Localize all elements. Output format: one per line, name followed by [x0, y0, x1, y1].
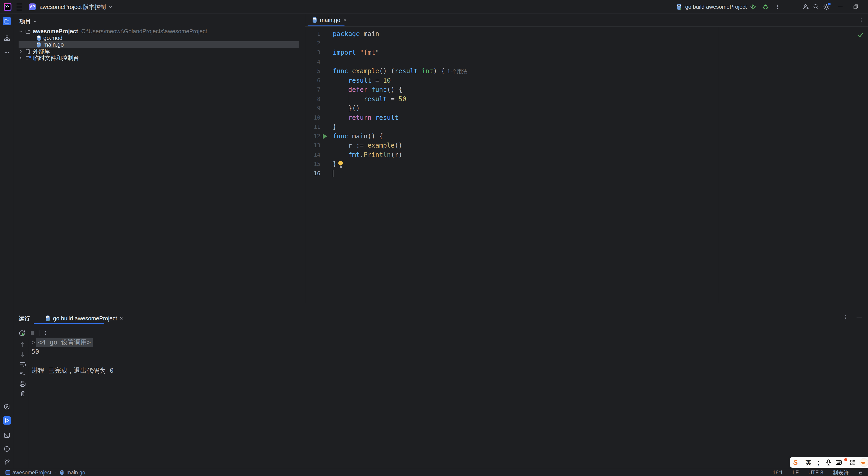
run-main-gutter-icon[interactable]: [323, 133, 327, 139]
ime-toolbox-icon[interactable]: [850, 459, 856, 466]
ime-language-toggle[interactable]: 英: [806, 459, 811, 466]
close-tab-icon[interactable]: [343, 18, 347, 22]
settings-button[interactable]: [823, 3, 830, 10]
intention-bulb-icon[interactable]: [338, 161, 343, 168]
fold-expand-icon[interactable]: >: [31, 337, 35, 347]
line-number[interactable]: 8: [305, 94, 320, 104]
run-configuration-widget[interactable]: go build awesomeProject: [676, 0, 754, 14]
line-number[interactable]: 16: [305, 169, 320, 178]
ime-toolbar: S 英 ；: [790, 457, 868, 468]
project-panel-header[interactable]: 项目: [20, 18, 37, 25]
code-line-7[interactable]: defer func() {: [333, 85, 402, 94]
line-number[interactable]: 10: [305, 113, 320, 122]
breadcrumb-project[interactable]: awesomeProject: [12, 470, 51, 476]
code-with-me-user-button[interactable]: [802, 3, 809, 10]
run-tab[interactable]: go build awesomeProject: [45, 315, 123, 322]
stop-button[interactable]: [29, 330, 36, 336]
tree-item-外部库[interactable]: 外部库: [14, 48, 305, 55]
tree-item-main.go[interactable]: main.go: [14, 41, 305, 48]
line-number[interactable]: 12: [305, 132, 320, 141]
project-avatar[interactable]: AP: [29, 3, 36, 10]
code-line-8[interactable]: result = 50: [333, 94, 406, 104]
run-panel-options-button[interactable]: [843, 314, 849, 320]
tree-item-临时文件和控制台[interactable]: 临时文件和控制台: [14, 55, 305, 61]
hamburger-menu-icon[interactable]: [17, 0, 22, 14]
tree-item-go.mod[interactable]: go.mod: [14, 35, 305, 41]
run-button[interactable]: [750, 3, 757, 10]
code-line-6[interactable]: result = 10: [333, 76, 391, 85]
run-panel-title: 运行: [19, 315, 30, 322]
clear-console-button[interactable]: [19, 390, 26, 397]
tool-window-git-button[interactable]: [3, 458, 11, 466]
code-line-1[interactable]: package main: [333, 29, 379, 38]
code-line-12[interactable]: func main() {: [333, 132, 383, 141]
go-file-icon: [60, 470, 64, 475]
usages-inlay-hint[interactable]: 1 个用法: [447, 68, 467, 75]
scroll-to-end-button[interactable]: [19, 370, 26, 378]
print-button[interactable]: [19, 380, 26, 388]
tool-window-run-button[interactable]: [3, 416, 11, 424]
line-number[interactable]: 1: [305, 29, 320, 38]
code-line-15[interactable]: }: [333, 159, 337, 169]
caret-position-widget[interactable]: 16:1: [773, 470, 783, 476]
sogou-logo-icon[interactable]: S: [793, 459, 798, 466]
hide-panel-button[interactable]: [857, 317, 862, 318]
right-margin-guide: [718, 27, 718, 303]
line-number[interactable]: 5: [305, 66, 320, 76]
prev-occurrence-button[interactable]: [19, 341, 26, 348]
tool-window-project-button[interactable]: [3, 17, 11, 25]
code-line-9[interactable]: }(): [333, 104, 360, 113]
tree-item-awesomeProject[interactable]: awesomeProjectC:\Users\meowr\GolandProje…: [14, 28, 305, 35]
code-token: r :=: [333, 142, 368, 149]
vcs-widget[interactable]: 版本控制: [83, 0, 113, 14]
code-line-13[interactable]: r := example(): [333, 141, 402, 150]
microphone-icon[interactable]: [826, 459, 832, 466]
close-run-tab-icon[interactable]: [119, 316, 123, 320]
search-everywhere-button[interactable]: [812, 3, 819, 10]
project-switcher[interactable]: awesomeProject: [39, 0, 89, 14]
code-editor[interactable]: 1package main23import "fmt"45func exampl…: [305, 27, 868, 303]
keyboard-icon[interactable]: [835, 460, 842, 465]
rerun-button[interactable]: [18, 329, 26, 337]
tool-window-terminal-button[interactable]: [3, 431, 11, 439]
debug-button[interactable]: [762, 3, 769, 10]
breadcrumb-file[interactable]: main.go: [66, 470, 85, 476]
folded-output-region[interactable]: <4 go 设置调用>: [36, 337, 93, 347]
restore-window-button[interactable]: [852, 3, 860, 10]
line-ending-widget[interactable]: LF: [793, 470, 799, 476]
code-line-5[interactable]: func example() (result int) {1 个用法: [333, 66, 467, 76]
more-actions-button[interactable]: [774, 3, 781, 10]
line-number[interactable]: 14: [305, 150, 320, 159]
more-tool-windows-button[interactable]: [3, 48, 11, 56]
line-number[interactable]: 11: [305, 122, 320, 131]
indent-widget[interactable]: 制表符: [833, 469, 849, 476]
minimize-window-button[interactable]: [837, 3, 844, 10]
code-line-10[interactable]: return result: [333, 113, 399, 122]
code-token: defer: [348, 86, 367, 93]
tab-main-go[interactable]: main.go: [308, 14, 351, 26]
tool-window-problems-button[interactable]: [3, 445, 11, 453]
soft-wrap-button[interactable]: [19, 361, 26, 368]
code-line-14[interactable]: fmt.Println(r): [333, 150, 402, 159]
tool-window-services-button[interactable]: [3, 403, 11, 411]
ime-emoji-icon[interactable]: [860, 458, 868, 467]
code-line-11[interactable]: }: [333, 122, 337, 131]
breadcrumb[interactable]: awesomeProject main.go: [5, 470, 85, 476]
line-number[interactable]: 4: [305, 57, 320, 66]
code-line-3[interactable]: import "fmt": [333, 48, 379, 57]
line-number[interactable]: 13: [305, 141, 320, 150]
line-number[interactable]: 2: [305, 39, 320, 48]
tab-list-button[interactable]: [858, 17, 865, 24]
console-line[interactable]: ><4 go 设置调用>: [31, 337, 93, 347]
line-number[interactable]: 3: [305, 48, 320, 57]
line-number[interactable]: 9: [305, 104, 320, 113]
line-number[interactable]: 15: [305, 159, 320, 169]
ime-punctuation-toggle[interactable]: ；: [815, 459, 822, 466]
encoding-widget[interactable]: UTF-8: [808, 470, 823, 476]
unlocked-icon[interactable]: [858, 470, 863, 475]
line-number[interactable]: 6: [305, 76, 320, 85]
tool-window-structure-button[interactable]: [3, 34, 11, 42]
run-more-options-button[interactable]: [43, 330, 49, 336]
next-occurrence-button[interactable]: [19, 351, 26, 358]
line-number[interactable]: 7: [305, 85, 320, 94]
